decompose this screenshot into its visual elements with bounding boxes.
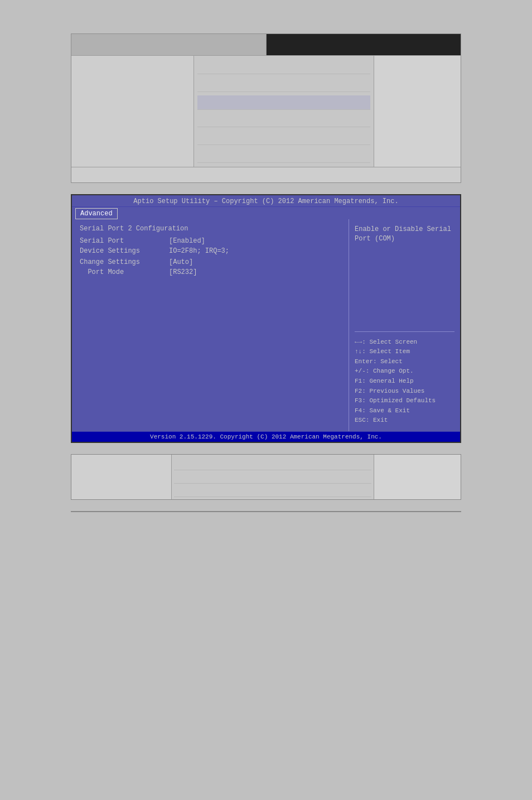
help-key-enter: Enter: Select xyxy=(355,357,454,367)
bios-title-text: Aptio Setup Utility – Copyright (C) 2012… xyxy=(133,197,398,205)
field-value-change-settings: [Auto] xyxy=(169,258,193,266)
top-bios-row-2 xyxy=(197,78,370,92)
bottom-row-2 xyxy=(174,470,371,484)
top-bios-header xyxy=(71,34,461,55)
top-bios-row-6 xyxy=(197,148,370,163)
field-row-port-mode: Port Mode [RS232] xyxy=(80,268,341,276)
section-title: Serial Port 2 Configuration xyxy=(80,225,341,233)
bottom-bios-screenshot xyxy=(71,454,461,500)
bottom-row-3 xyxy=(174,484,371,497)
field-value-device-settings: IO=2F8h; IRQ=3; xyxy=(169,247,229,255)
field-label-change-settings: Change Settings xyxy=(80,258,169,266)
field-label-device-settings: Device Settings xyxy=(80,247,169,255)
bios-content-panel: Serial Port 2 Configuration Serial Port … xyxy=(72,219,349,431)
top-bios-row-5 xyxy=(197,131,370,145)
top-bios-row-3 xyxy=(197,95,370,110)
help-key-f1: F1: General Help xyxy=(355,377,454,387)
main-bios-screenshot: Aptio Setup Utility – Copyright (C) 2012… xyxy=(71,194,461,443)
top-bios-row-4 xyxy=(197,113,370,127)
tab-advanced[interactable]: Advanced xyxy=(75,208,118,219)
field-value-serial-port: [Enabled] xyxy=(169,237,205,245)
help-key-f4: F4: Save & Exit xyxy=(355,406,454,416)
bottom-row-1 xyxy=(174,457,371,470)
bottom-bios-right xyxy=(374,455,461,499)
help-key-esc: ESC: Exit xyxy=(355,416,454,426)
bios-help-panel: Enable or Disable Serial Port (COM) ←→: … xyxy=(349,219,460,431)
bios-footer: Version 2.15.1229. Copyright (C) 2012 Am… xyxy=(72,431,460,442)
help-description-text: Enable or Disable Serial Port (COM) xyxy=(355,225,454,332)
divider-line xyxy=(71,511,461,512)
top-bios-footer xyxy=(71,167,461,182)
help-key-select-item: ↑↓: Select Item xyxy=(355,347,454,357)
top-bios-middle-panel xyxy=(194,56,374,167)
top-bios-body xyxy=(71,55,461,167)
top-bios-left-panel xyxy=(71,56,194,167)
field-label-port-mode: Port Mode xyxy=(80,268,169,276)
bios-footer-text: Version 2.15.1229. Copyright (C) 2012 Am… xyxy=(150,433,382,440)
top-tab-black xyxy=(267,34,461,55)
bottom-bios-body xyxy=(71,455,461,499)
bios-title-bar: Aptio Setup Utility – Copyright (C) 2012… xyxy=(72,195,460,207)
help-key-f3: F3: Optimized Defaults xyxy=(355,396,454,406)
bios-tabs-bar: Advanced xyxy=(72,207,460,219)
field-label-serial-port: Serial Port xyxy=(80,237,169,245)
help-key-change-opt: +/-: Change Opt. xyxy=(355,367,454,377)
bottom-bios-middle xyxy=(172,455,374,499)
field-row-device-settings: Device Settings IO=2F8h; IRQ=3; xyxy=(80,247,341,255)
help-key-select-screen: ←→: Select Screen xyxy=(355,338,454,348)
field-value-port-mode: [RS232] xyxy=(169,268,197,276)
help-key-f2: F2: Previous Values xyxy=(355,387,454,397)
field-row-change-settings: Change Settings [Auto] xyxy=(80,258,341,266)
top-tab-gray xyxy=(71,34,267,55)
help-keys-section: ←→: Select Screen ↑↓: Select Item Enter:… xyxy=(355,338,454,426)
top-bios-row-1 xyxy=(197,60,370,74)
bios-main-body: Serial Port 2 Configuration Serial Port … xyxy=(72,219,460,431)
top-bios-right-panel xyxy=(374,56,461,167)
field-row-serial-port: Serial Port [Enabled] xyxy=(80,237,341,245)
top-bios-screenshot xyxy=(71,33,461,183)
bottom-bios-left xyxy=(71,455,172,499)
